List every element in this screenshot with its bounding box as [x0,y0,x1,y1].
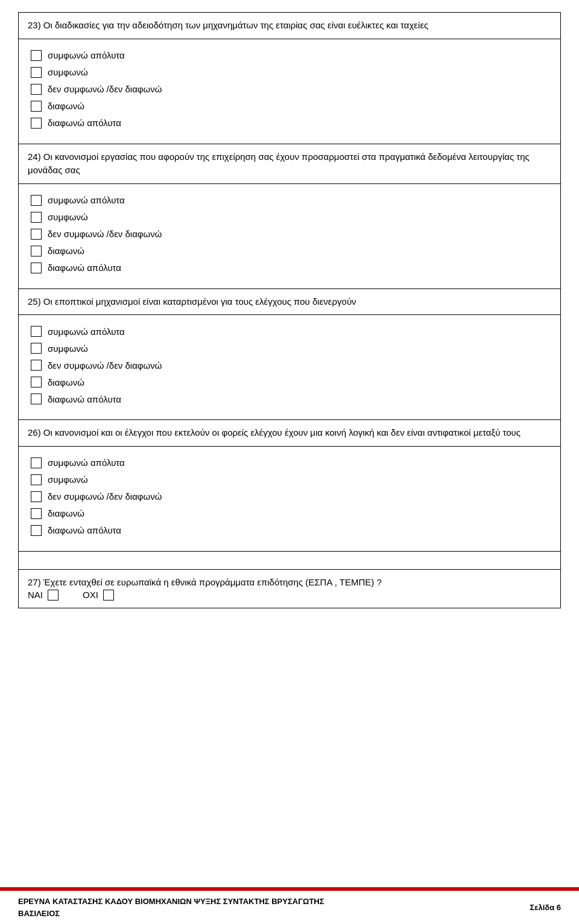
checkbox-25-4[interactable] [31,377,42,387]
question-26-options: συμφωνώ απόλυτα συμφωνώ δεν συμφωνώ /δεν… [19,447,560,551]
checkbox-24-2[interactable] [31,212,42,223]
list-item: δεν συμφωνώ /δεν διαφωνώ [31,360,548,371]
list-item: δεν συμφωνώ /δεν διαφωνώ [31,491,548,502]
oxi-label: ΟΧΙ [83,590,98,600]
option-label: διαφωνώ [48,101,84,111]
oxi-item: ΟΧΙ [83,590,120,601]
option-label: συμφωνώ [48,67,88,77]
option-label: διαφωνώ απόλυτα [48,525,121,535]
checkbox-24-4[interactable] [31,246,42,256]
list-item: συμφωνώ απόλυτα [31,50,548,61]
checkbox-25-2[interactable] [31,343,42,354]
list-item: δεν συμφωνώ /δεν διαφωνώ [31,229,548,240]
list-item: διαφωνώ απόλυτα [31,118,548,129]
option-label: διαφωνώ απόλυτα [48,394,121,404]
checkbox-26-3[interactable] [31,491,42,502]
list-item: συμφωνώ [31,343,548,354]
list-item: διαφωνώ απόλυτα [31,393,548,404]
footer-left: ΕΡΕΥΝΑ ΚΑΤΑΣΤΑΣΗΣ ΚΑΔΟΥ ΒΙΟΜΗΧΑΝΙΩΝ ΨΥΞΗ… [18,896,324,919]
question-24-block: 24) Οι κανονισμοί εργασίας που αφορούν τ… [18,144,561,289]
question-26-block: 26) Οι κανονισμοί και οι έλεγχοι που εκτ… [18,420,561,552]
list-item: συμφωνώ απόλυτα [31,457,548,468]
question-23-header: 23) Οι διαδικασίες για την αδειοδότηση τ… [19,13,560,39]
footer-content: ΕΡΕΥΝΑ ΚΑΤΑΣΤΑΣΗΣ ΚΑΔΟΥ ΒΙΟΜΗΧΑΝΙΩΝ ΨΥΞΗ… [0,891,579,924]
option-label: διαφωνώ απόλυτα [48,263,121,273]
question-27-nai-oxi: ΝΑΙ ΟΧΙ [28,590,551,601]
question-23-text: 23) Οι διαδικασίες για την αδειοδότηση τ… [28,20,428,30]
option-label: συμφωνώ απόλυτα [48,327,125,337]
checkbox-27-oxi[interactable] [103,590,114,601]
option-label: δεν συμφωνώ /δεν διαφωνώ [48,360,162,371]
list-item: διαφωνώ [31,508,548,519]
spacer [18,552,561,570]
list-item: συμφωνώ [31,212,548,223]
checkbox-24-5[interactable] [31,263,42,273]
question-25-text: 25) Οι εποπτικοί μηχανισμοί είναι καταρτ… [28,296,356,307]
question-24-options: συμφωνώ απόλυτα συμφωνώ δεν συμφωνώ /δεν… [19,184,560,288]
checkbox-23-4[interactable] [31,101,42,112]
option-label: διαφωνώ [48,377,84,387]
question-27-content: 27) Έχετε ενταχθεί σε ευρωπαϊκά η εθνικά… [28,577,551,587]
option-label: συμφωνώ [48,212,88,222]
option-label: συμφωνώ απόλυτα [48,50,125,60]
question-23-options: συμφωνώ απόλυτα συμφωνώ δεν συμφωνώ /δεν… [19,39,560,144]
checkbox-24-1[interactable] [31,195,42,206]
option-label: συμφωνώ απόλυτα [48,457,125,468]
checkbox-26-2[interactable] [31,474,42,485]
option-label: δεν συμφωνώ /δεν διαφωνώ [48,84,162,94]
checkbox-27-nai[interactable] [48,590,59,601]
checkbox-25-5[interactable] [31,393,42,404]
checkbox-23-2[interactable] [31,67,42,78]
option-label: συμφωνώ [48,474,88,485]
question-27-block: 27) Έχετε ενταχθεί σε ευρωπαϊκά η εθνικά… [18,570,561,608]
question-23-block: 23) Οι διαδικασίες για την αδειοδότηση τ… [18,12,561,144]
list-item: συμφωνώ [31,474,548,485]
checkbox-23-5[interactable] [31,118,42,129]
option-label: διαφωνώ απόλυτα [48,118,121,128]
page-content: 23) Οι διαδικασίες για την αδειοδότηση τ… [0,0,579,681]
footer: ΕΡΕΥΝΑ ΚΑΤΑΣΤΑΣΗΣ ΚΑΔΟΥ ΒΙΟΜΗΧΑΝΙΩΝ ΨΥΞΗ… [0,887,579,924]
checkbox-25-3[interactable] [31,360,42,371]
list-item: διαφωνώ [31,377,548,387]
nai-item: ΝΑΙ [28,590,65,601]
list-item: διαφωνώ [31,246,548,256]
question-26-text: 26) Οι κανονισμοί και οι έλεγχοι που εκτ… [28,427,520,438]
question-25-block: 25) Οι εποπτικοί μηχανισμοί είναι καταρτ… [18,289,561,421]
footer-line2: ΒΑΣΙΛΕΙΟΣ [18,908,324,920]
option-label: διαφωνώ [48,246,84,256]
question-25-header: 25) Οι εποπτικοί μηχανισμοί είναι καταρτ… [19,289,560,316]
nai-label: ΝΑΙ [28,590,43,600]
list-item: συμφωνώ απόλυτα [31,326,548,337]
checkbox-26-1[interactable] [31,457,42,468]
checkbox-24-3[interactable] [31,229,42,240]
list-item: διαφωνώ απόλυτα [31,263,548,273]
list-item: διαφωνώ απόλυτα [31,525,548,536]
question-27-text: 27) Έχετε ενταχθεί σε ευρωπαϊκά η εθνικά… [28,577,382,587]
question-24-text: 24) Οι κανονισμοί εργασίας που αφορούν τ… [28,151,530,176]
checkbox-23-3[interactable] [31,84,42,95]
checkbox-23-1[interactable] [31,50,42,61]
checkbox-26-5[interactable] [31,525,42,536]
question-26-header: 26) Οι κανονισμοί και οι έλεγχοι που εκτ… [19,420,560,447]
list-item: διαφωνώ [31,101,548,112]
list-item: δεν συμφωνώ /δεν διαφωνώ [31,84,548,95]
list-item: συμφωνώ απόλυτα [31,195,548,206]
option-label: συμφωνώ απόλυτα [48,195,125,205]
checkbox-25-1[interactable] [31,326,42,337]
footer-page-number: Σελίδα 6 [530,903,561,912]
footer-line1: ΕΡΕΥΝΑ ΚΑΤΑΣΤΑΣΗΣ ΚΑΔΟΥ ΒΙΟΜΗΧΑΝΙΩΝ ΨΥΞΗ… [18,896,324,908]
option-label: διαφωνώ [48,508,84,518]
question-25-options: συμφωνώ απόλυτα συμφωνώ δεν συμφωνώ /δεν… [19,315,560,419]
option-label: συμφωνώ [48,343,88,354]
list-item: συμφωνώ [31,67,548,78]
option-label: δεν συμφωνώ /δεν διαφωνώ [48,491,162,502]
question-24-header: 24) Οι κανονισμοί εργασίας που αφορούν τ… [19,144,560,184]
checkbox-26-4[interactable] [31,508,42,519]
option-label: δεν συμφωνώ /δεν διαφωνώ [48,229,162,239]
